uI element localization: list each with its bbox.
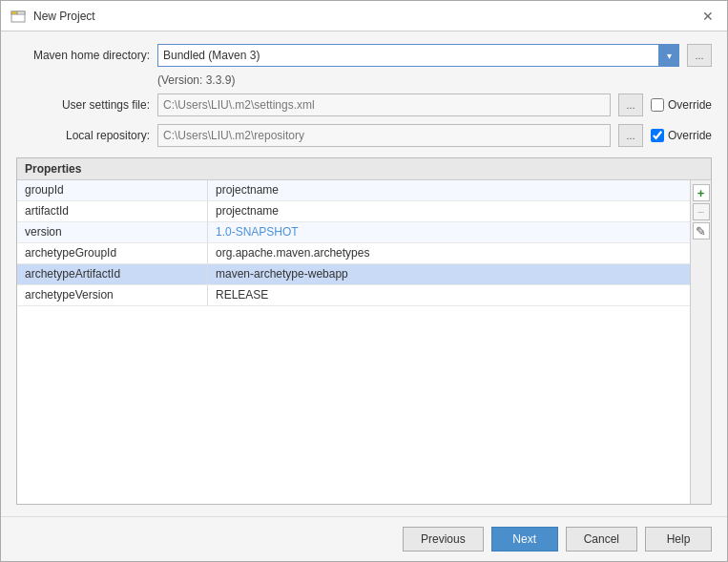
table-row[interactable]: archetypeArtifactIdmaven-archetype-webap… xyxy=(17,264,690,285)
close-button[interactable]: ✕ xyxy=(698,8,718,25)
maven-home-input[interactable] xyxy=(157,44,658,67)
next-button[interactable]: Next xyxy=(491,527,558,552)
dialog-content: Maven home directory: ▾ ... (Version: 3.… xyxy=(1,31,727,516)
new-project-dialog: New Project ✕ Maven home directory: ▾ ..… xyxy=(0,0,728,562)
local-repo-label: Local repository: xyxy=(16,129,150,142)
prop-key: version xyxy=(17,222,208,242)
dialog-title: New Project xyxy=(33,10,95,23)
table-row[interactable]: archetypeVersionRELEASE xyxy=(17,285,690,306)
prop-key: artifactId xyxy=(17,201,208,221)
user-settings-override-label: Override xyxy=(668,98,712,112)
user-settings-override: Override xyxy=(651,98,712,112)
user-settings-row: User settings file: ... Override xyxy=(16,93,712,117)
user-settings-override-checkbox[interactable] xyxy=(651,98,664,112)
user-settings-label: User settings file: xyxy=(16,98,150,112)
local-repo-override-checkbox[interactable] xyxy=(651,129,664,142)
prop-key: archetypeVersion xyxy=(17,285,208,305)
title-bar-left: New Project xyxy=(10,9,95,24)
maven-home-row: Maven home directory: ▾ ... xyxy=(16,43,712,68)
previous-button[interactable]: Previous xyxy=(403,527,484,552)
prop-value: projectname xyxy=(208,201,690,221)
table-row[interactable]: artifactIdprojectname xyxy=(17,201,690,222)
prop-key: groupId xyxy=(17,180,208,200)
version-text: (Version: 3.3.9) xyxy=(157,73,235,87)
user-settings-input[interactable] xyxy=(157,94,611,116)
maven-home-browse-btn[interactable]: ... xyxy=(687,44,712,67)
properties-toolbar: + − ✎ xyxy=(690,180,711,504)
local-repo-override-label: Override xyxy=(668,129,712,142)
prop-value: org.apache.maven.archetypes xyxy=(208,243,690,263)
svg-rect-1 xyxy=(11,11,17,14)
maven-home-dropdown-btn[interactable]: ▾ xyxy=(658,44,679,67)
properties-section: Properties groupIdprojectnameartifactIdp… xyxy=(16,157,712,505)
prop-value: 1.0-SNAPSHOT xyxy=(208,222,690,242)
prop-key: archetypeArtifactId xyxy=(17,264,208,284)
prop-key: archetypeGroupId xyxy=(17,243,208,263)
project-icon xyxy=(10,9,26,24)
svg-rect-2 xyxy=(17,11,25,14)
edit-property-btn[interactable]: ✎ xyxy=(693,222,710,239)
local-repo-browse-btn[interactable]: ... xyxy=(618,124,643,147)
local-repo-row: Local repository: ... Override xyxy=(16,123,712,148)
local-repo-override: Override xyxy=(651,129,712,142)
prop-value: RELEASE xyxy=(208,285,690,305)
properties-table: groupIdprojectnameartifactIdprojectnamev… xyxy=(17,180,690,504)
remove-property-btn[interactable]: − xyxy=(693,203,710,220)
properties-body: groupIdprojectnameartifactIdprojectnamev… xyxy=(17,180,711,504)
local-repo-input[interactable] xyxy=(157,124,611,147)
prop-value: projectname xyxy=(208,180,690,200)
user-settings-browse-btn[interactable]: ... xyxy=(618,94,643,116)
title-bar: New Project ✕ xyxy=(1,1,727,31)
version-row: (Version: 3.3.9) xyxy=(16,73,712,87)
prop-value: maven-archetype-webapp xyxy=(208,264,690,284)
help-button[interactable]: Help xyxy=(645,527,712,552)
maven-home-label: Maven home directory: xyxy=(16,49,150,62)
cancel-button[interactable]: Cancel xyxy=(566,527,637,552)
properties-header: Properties xyxy=(17,158,711,180)
table-row[interactable]: version1.0-SNAPSHOT xyxy=(17,222,690,243)
table-row[interactable]: archetypeGroupIdorg.apache.maven.archety… xyxy=(17,243,690,264)
dialog-footer: Previous Next Cancel Help xyxy=(1,516,727,561)
add-property-btn[interactable]: + xyxy=(693,184,710,201)
maven-home-select: ▾ xyxy=(157,44,679,67)
table-row[interactable]: groupIdprojectname xyxy=(17,180,690,201)
